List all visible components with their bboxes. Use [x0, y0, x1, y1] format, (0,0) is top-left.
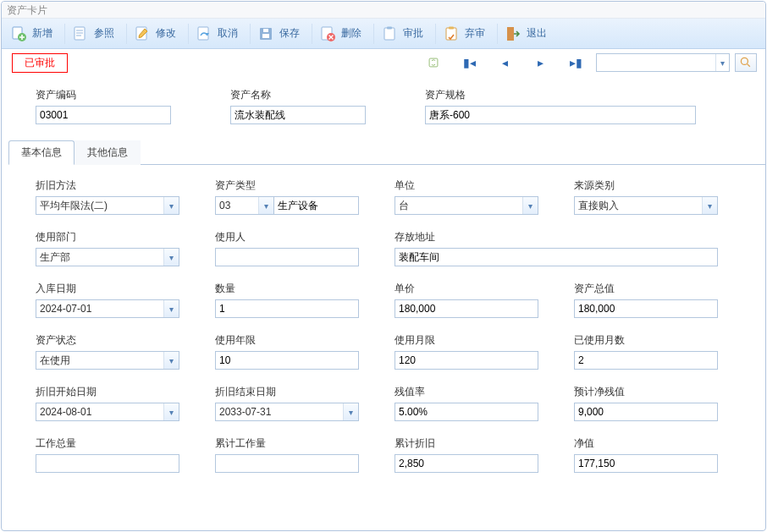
- total-field: 资产总值: [574, 282, 718, 318]
- unit-field: 单位 台▾: [395, 178, 538, 215]
- svg-rect-11: [387, 26, 392, 29]
- delete-icon: [319, 25, 336, 42]
- separator: [64, 24, 65, 44]
- location-input[interactable]: [395, 248, 718, 266]
- dept-combo[interactable]: 生产部▾: [36, 248, 179, 266]
- chevron-down-icon[interactable]: ▾: [522, 197, 538, 214]
- prev-icon[interactable]: ◂: [496, 54, 513, 71]
- svg-rect-14: [507, 27, 514, 41]
- chevron-down-icon[interactable]: ▾: [343, 403, 358, 420]
- months-field: 使用月限: [395, 333, 538, 370]
- unapprove-button[interactable]: 弃审: [439, 21, 494, 47]
- last-icon[interactable]: ▸▮: [567, 54, 584, 71]
- net-salvage-input[interactable]: [574, 403, 718, 421]
- work-accum-field: 累计工作量: [215, 436, 359, 473]
- refer-button[interactable]: 参照: [69, 21, 123, 47]
- status-badge: 已审批: [12, 53, 68, 73]
- svg-rect-7: [263, 29, 268, 32]
- asset-spec-field: 资产规格: [425, 88, 577, 124]
- edit-icon: [134, 25, 151, 42]
- chevron-down-icon[interactable]: ▾: [163, 403, 179, 420]
- svg-rect-13: [449, 26, 454, 29]
- save-button[interactable]: 保存: [254, 21, 308, 47]
- dep-end-field: 折旧结束日期 2033-07-31▾: [215, 385, 359, 421]
- asset-type-field: 资产类型 03▾: [215, 178, 359, 215]
- price-input[interactable]: [395, 299, 538, 318]
- source-combo[interactable]: 直接购入▾: [574, 196, 718, 215]
- dep-accum-input[interactable]: [395, 454, 538, 473]
- used-months-field: 已使用月数: [574, 333, 718, 370]
- years-field: 使用年限: [215, 333, 359, 370]
- separator: [126, 24, 127, 44]
- new-button[interactable]: 新增: [7, 21, 61, 47]
- work-total-input[interactable]: [36, 454, 179, 473]
- chevron-down-icon[interactable]: ▾: [163, 197, 179, 214]
- user-field: 使用人: [215, 230, 359, 266]
- asset-spec-input[interactable]: [425, 106, 696, 124]
- chevron-down-icon[interactable]: ▾: [163, 249, 179, 266]
- svg-rect-10: [384, 28, 395, 40]
- chevron-down-icon[interactable]: ▾: [702, 197, 717, 214]
- work-total-field: 工作总量: [36, 436, 179, 473]
- qty-input[interactable]: [215, 299, 359, 318]
- first-icon[interactable]: ▮◂: [461, 54, 477, 71]
- salvage-rate-input[interactable]: [395, 403, 538, 421]
- next-icon[interactable]: ▸: [532, 54, 549, 71]
- asset-type-combo[interactable]: 03▾: [215, 196, 274, 215]
- years-input[interactable]: [215, 351, 359, 370]
- edit-button[interactable]: 修改: [130, 21, 185, 47]
- dept-field: 使用部门 生产部▾: [36, 230, 179, 266]
- depreciation-method-field: 折旧方法 平均年限法(二)▾: [36, 178, 179, 215]
- tab-other[interactable]: 其他信息: [74, 140, 141, 165]
- location-field: 存放地址: [395, 230, 718, 266]
- svg-point-16: [741, 58, 748, 64]
- separator: [188, 24, 189, 44]
- chevron-down-icon[interactable]: ▾: [163, 300, 179, 317]
- window-title: 资产卡片: [2, 2, 765, 19]
- search-input[interactable]: [597, 54, 715, 71]
- net-value-input[interactable]: [574, 454, 718, 473]
- unapprove-icon: [443, 25, 460, 42]
- approve-button[interactable]: 审批: [378, 21, 432, 47]
- work-accum-input[interactable]: [215, 454, 359, 473]
- new-icon: [10, 25, 27, 42]
- chevron-down-icon[interactable]: ▾: [715, 54, 729, 71]
- used-months-input[interactable]: [574, 351, 718, 370]
- unit-combo[interactable]: 台▾: [395, 196, 538, 215]
- header-fields: 资产编码 资产名称 资产规格: [2, 76, 765, 131]
- asset-code-input[interactable]: [36, 106, 171, 124]
- dep-end-combo[interactable]: 2033-07-31▾: [215, 403, 359, 421]
- exit-button[interactable]: 退出: [501, 21, 555, 47]
- asset-type-text[interactable]: [274, 196, 359, 215]
- chevron-down-icon[interactable]: ▾: [258, 197, 273, 214]
- cancel-icon: [196, 25, 212, 42]
- refer-icon: [72, 25, 89, 42]
- asset-name-input[interactable]: [230, 106, 366, 124]
- refresh-icon[interactable]: [425, 54, 442, 71]
- cancel-button[interactable]: 取消: [192, 21, 246, 47]
- separator: [497, 24, 498, 44]
- in-date-combo[interactable]: 2024-07-01▾: [36, 299, 179, 318]
- source-field: 来源类别 直接购入▾: [574, 178, 718, 215]
- search-button[interactable]: [735, 53, 757, 72]
- months-input[interactable]: [395, 351, 538, 370]
- total-input[interactable]: [574, 299, 718, 318]
- window-frame: 资产卡片 新增 参照 修改 取消 保存 删除: [1, 1, 766, 531]
- asset-code-field: 资产编码: [36, 88, 188, 124]
- separator: [250, 24, 251, 44]
- status-combo[interactable]: 在使用▾: [36, 351, 179, 370]
- price-field: 单价: [395, 282, 538, 318]
- user-input[interactable]: [215, 248, 359, 266]
- approve-icon: [381, 25, 398, 42]
- search-combo[interactable]: ▾: [596, 53, 730, 72]
- delete-button[interactable]: 删除: [316, 21, 370, 47]
- in-date-field: 入库日期 2024-07-01▾: [36, 282, 179, 318]
- dep-start-combo[interactable]: 2024-08-01▾: [36, 403, 179, 421]
- depreciation-method-combo[interactable]: 平均年限法(二)▾: [36, 196, 179, 215]
- toolbar: 新增 参照 修改 取消 保存 删除 审批: [2, 19, 765, 49]
- qty-field: 数量: [215, 282, 359, 318]
- tab-basic[interactable]: 基本信息: [8, 140, 74, 165]
- svg-rect-6: [262, 34, 269, 38]
- chevron-down-icon[interactable]: ▾: [163, 352, 179, 369]
- dep-accum-field: 累计折旧: [395, 436, 538, 473]
